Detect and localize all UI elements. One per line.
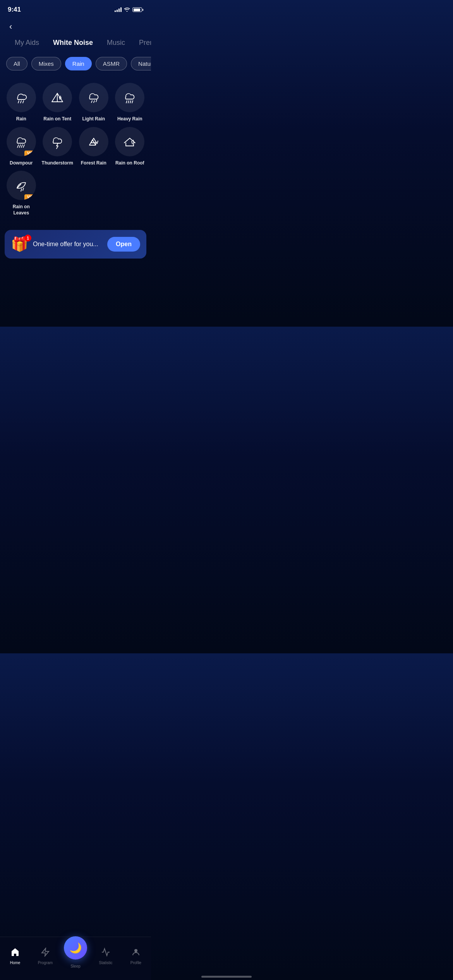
sound-thunderstorm-icon-wrapper — [43, 127, 72, 156]
chip-mixes[interactable]: Mixes — [31, 57, 61, 70]
promo-badge: 1 — [24, 235, 31, 242]
svg-line-20 — [97, 141, 98, 144]
svg-line-16 — [23, 145, 24, 147]
vip-badge-downpour: VIP — [24, 151, 36, 156]
svg-line-25 — [133, 140, 134, 143]
sound-heavy-rain-icon-wrapper — [115, 83, 144, 112]
tab-navigation: My Aids White Noise Music Premiu... — [0, 36, 151, 49]
status-time: 9:41 — [8, 6, 21, 14]
sound-downpour[interactable]: VIP Downpour — [5, 127, 38, 166]
chip-all[interactable]: All — [6, 57, 27, 70]
svg-line-13 — [17, 145, 19, 147]
tab-premium[interactable]: Premiu... — [132, 36, 151, 49]
sound-rain-label: Rain — [16, 116, 26, 122]
sound-rain-on-tent[interactable]: Rain on Tent — [41, 83, 74, 122]
sound-downpour-icon-wrapper: VIP — [7, 127, 36, 156]
sound-heavy-rain-label: Heavy Rain — [117, 116, 142, 122]
thunderstorm-icon — [50, 134, 65, 149]
downpour-icon — [14, 134, 29, 149]
sound-light-rain-icon-wrapper — [79, 83, 108, 112]
sound-rain-on-roof[interactable]: Rain on Roof — [113, 127, 147, 166]
sound-rain-on-leaves-icon-wrapper: VIP — [7, 171, 36, 200]
svg-line-2 — [23, 101, 24, 103]
sound-tent-label: Rain on Tent — [43, 116, 71, 122]
svg-line-7 — [94, 101, 94, 103]
svg-line-27 — [21, 189, 22, 191]
status-icons — [115, 7, 143, 13]
sound-rain-on-roof-label: Rain on Roof — [115, 160, 144, 166]
svg-line-0 — [18, 101, 19, 103]
sound-rain-on-roof-icon-wrapper — [115, 127, 144, 156]
filter-chips: All Mixes Rain ASMR Nature Anim... — [0, 51, 151, 77]
promo-banner: 🎁 1 One-time offer for you... Open — [5, 230, 146, 259]
svg-line-10 — [128, 101, 129, 103]
promo-text: One-time offer for you... — [33, 241, 103, 248]
svg-line-12 — [132, 101, 133, 103]
sound-grid: Rain Rain on Tent Light Rain — [0, 77, 151, 222]
sound-forest-rain[interactable]: Forest Rain — [77, 127, 110, 166]
chip-rain[interactable]: Rain — [65, 57, 92, 70]
chip-asmr[interactable]: ASMR — [96, 57, 127, 70]
svg-line-15 — [21, 145, 22, 147]
header: ‹ — [0, 17, 151, 36]
sound-heavy-rain[interactable]: Heavy Rain — [113, 83, 147, 122]
tab-music[interactable]: Music — [100, 36, 132, 49]
sound-rain[interactable]: Rain — [5, 83, 38, 122]
sound-downpour-label: Downpour — [10, 160, 33, 166]
svg-line-8 — [96, 100, 97, 102]
svg-line-19 — [96, 142, 96, 145]
svg-line-6 — [91, 101, 92, 103]
promo-icon-wrapper: 🎁 1 — [11, 236, 28, 252]
sound-thunderstorm[interactable]: Thunderstorm — [41, 127, 74, 166]
rain-on-leaves-icon — [14, 178, 29, 193]
sound-light-rain[interactable]: Light Rain — [77, 83, 110, 122]
svg-line-1 — [21, 101, 21, 103]
svg-line-28 — [23, 188, 24, 190]
tent-icon — [50, 90, 65, 105]
rain-on-roof-icon — [122, 134, 137, 149]
sound-thunderstorm-label: Thunderstorm — [42, 160, 73, 166]
sound-rain-icon-wrapper — [7, 83, 36, 112]
status-bar: 9:41 — [0, 0, 151, 17]
sound-light-rain-label: Light Rain — [82, 116, 105, 122]
sound-rain-on-leaves[interactable]: VIP Rain on Leaves — [5, 171, 38, 216]
back-button[interactable]: ‹ — [8, 20, 14, 33]
heavy-rain-icon — [122, 90, 137, 105]
signal-icon — [115, 7, 122, 12]
battery-icon — [132, 7, 143, 12]
sound-forest-rain-label: Forest Rain — [81, 160, 106, 166]
tab-white-noise[interactable]: White Noise — [46, 36, 100, 49]
sound-rain-on-leaves-label: Rain on Leaves — [5, 204, 38, 216]
svg-line-24 — [132, 141, 132, 144]
rain-icon — [14, 90, 29, 105]
light-rain-icon — [86, 90, 101, 105]
sound-tent-icon-wrapper — [43, 83, 72, 112]
promo-open-button[interactable]: Open — [107, 237, 140, 252]
svg-line-9 — [126, 101, 127, 103]
wifi-icon — [124, 7, 130, 13]
tab-my-aids[interactable]: My Aids — [8, 36, 46, 49]
chip-nature[interactable]: Nature — [131, 57, 151, 70]
vip-badge-leaves: VIP — [24, 194, 36, 200]
svg-line-14 — [19, 145, 21, 147]
sound-forest-rain-icon-wrapper — [79, 127, 108, 156]
svg-line-11 — [130, 101, 131, 103]
forest-rain-icon — [86, 134, 101, 149]
